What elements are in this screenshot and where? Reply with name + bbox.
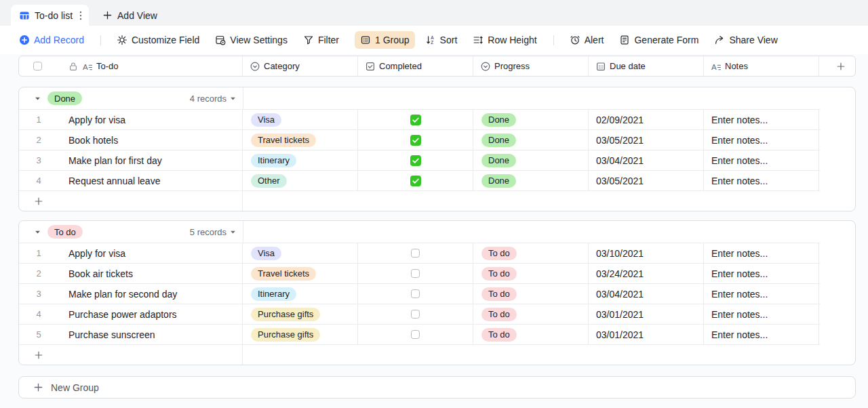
todo-cell[interactable]: Make plan for first day — [68, 155, 162, 166]
customize-field-button[interactable]: Customize Field — [117, 35, 199, 45]
progress-cell[interactable]: To do — [473, 243, 589, 263]
checkbox-unchecked-icon[interactable] — [411, 269, 420, 278]
records-count-dropdown[interactable]: 5 records — [190, 227, 243, 237]
notes-cell[interactable]: Enter notes... — [704, 325, 819, 344]
generate-form-button[interactable]: Generate Form — [619, 35, 698, 45]
collapse-group-icon[interactable] — [35, 229, 41, 235]
completed-cell[interactable] — [358, 264, 473, 283]
todo-cell[interactable]: Request annual leave — [68, 176, 160, 186]
todo-cell[interactable]: Book air tickets — [68, 268, 133, 279]
progress-cell[interactable]: Done — [473, 130, 589, 150]
todo-cell[interactable]: Purchase sunscreen — [68, 329, 155, 340]
records-count-dropdown[interactable]: 4 records — [190, 94, 243, 104]
progress-cell[interactable]: Done — [473, 150, 589, 170]
add-record-row-button[interactable] — [19, 191, 243, 211]
checkbox-unchecked-icon[interactable] — [411, 310, 420, 319]
column-header-completed[interactable]: Completed — [358, 56, 473, 76]
due-date-cell[interactable]: 03/10/2021 — [589, 243, 704, 263]
add-view-button[interactable]: Add View — [102, 5, 157, 26]
completed-cell[interactable] — [358, 171, 473, 190]
table-row[interactable]: 3Make plan for first day Itinerary Done … — [19, 150, 820, 170]
table-row[interactable]: 1Apply for visa Visa To do 03/10/2021 En… — [19, 243, 820, 263]
column-header-todo[interactable]: To-do — [19, 56, 243, 76]
notes-cell[interactable]: Enter notes... — [704, 150, 819, 170]
todo-cell[interactable]: Apply for visa — [68, 248, 125, 259]
category-cell[interactable]: Purchase gifts — [243, 325, 358, 344]
completed-cell[interactable] — [358, 150, 473, 170]
progress-cell[interactable]: Done — [473, 171, 589, 190]
due-date-cell[interactable]: 03/01/2021 — [589, 325, 704, 344]
add-record-row[interactable] — [19, 190, 820, 211]
add-record-button[interactable]: Add Record — [19, 35, 84, 45]
alert-button[interactable]: Alert — [570, 35, 604, 45]
notes-cell[interactable]: Enter notes... — [704, 171, 819, 190]
todo-cell[interactable]: Book hotels — [68, 135, 118, 146]
notes-cell[interactable]: Enter notes... — [704, 284, 819, 304]
column-header-due-date[interactable]: Due date — [589, 56, 704, 76]
progress-cell[interactable]: To do — [473, 264, 589, 283]
category-cell[interactable]: Travel tickets — [243, 264, 358, 283]
completed-cell[interactable] — [358, 304, 473, 324]
due-date-cell[interactable]: 03/05/2021 — [589, 171, 704, 190]
add-field-button[interactable] — [819, 56, 855, 76]
completed-cell[interactable] — [358, 284, 473, 304]
table-row[interactable]: 2Book hotels Travel tickets Done 03/05/2… — [19, 129, 820, 150]
row-height-button[interactable]: Row Height — [473, 35, 536, 45]
checkbox-unchecked-icon[interactable] — [411, 330, 420, 339]
category-cell[interactable]: Visa — [243, 243, 358, 263]
filter-button[interactable]: Filter — [303, 35, 339, 45]
checkbox-checked-icon[interactable] — [410, 155, 421, 166]
tab-menu-icon[interactable] — [79, 11, 82, 20]
add-record-row-button[interactable] — [19, 345, 243, 365]
category-cell[interactable]: Itinerary — [243, 150, 358, 170]
due-date-cell[interactable]: 03/05/2021 — [589, 130, 704, 150]
category-cell[interactable]: Purchase gifts — [243, 304, 358, 324]
completed-cell[interactable] — [358, 325, 473, 344]
category-cell[interactable]: Itinerary — [243, 284, 358, 304]
notes-cell[interactable]: Enter notes... — [704, 130, 819, 150]
select-all-checkbox[interactable] — [33, 62, 42, 70]
column-header-notes[interactable]: Notes — [704, 56, 819, 76]
share-view-button[interactable]: Share View — [714, 35, 777, 45]
progress-cell[interactable]: To do — [473, 304, 589, 324]
due-date-cell[interactable]: 03/04/2021 — [589, 284, 704, 304]
progress-cell[interactable]: Done — [473, 110, 589, 129]
todo-cell[interactable]: Make plan for second day — [68, 289, 177, 300]
add-record-row[interactable] — [19, 344, 820, 365]
completed-cell[interactable] — [358, 110, 473, 129]
view-settings-button[interactable]: View Settings — [215, 35, 288, 45]
new-group-button[interactable]: New Group — [18, 376, 856, 399]
due-date-cell[interactable]: 03/04/2021 — [589, 150, 704, 170]
due-date-cell[interactable]: 02/09/2021 — [589, 110, 704, 129]
progress-cell[interactable]: To do — [473, 325, 589, 344]
completed-cell[interactable] — [358, 130, 473, 150]
notes-cell[interactable]: Enter notes... — [704, 110, 819, 129]
table-row[interactable]: 4Request annual leave Other Done 03/05/2… — [19, 170, 820, 190]
table-row[interactable]: 3Make plan for second day Itinerary To d… — [19, 283, 820, 304]
checkbox-checked-icon[interactable] — [410, 176, 421, 186]
collapse-group-icon[interactable] — [35, 96, 41, 102]
completed-cell[interactable] — [358, 243, 473, 263]
notes-cell[interactable]: Enter notes... — [704, 264, 819, 283]
checkbox-checked-icon[interactable] — [410, 115, 421, 125]
sort-button[interactable]: A Z Sort — [425, 35, 458, 45]
notes-cell[interactable]: Enter notes... — [704, 243, 819, 263]
todo-cell[interactable]: Purchase power adaptors — [68, 309, 177, 320]
progress-cell[interactable]: To do — [473, 284, 589, 304]
table-row[interactable]: 4Purchase power adaptors Purchase gifts … — [19, 304, 820, 324]
table-row[interactable]: 5Purchase sunscreen Purchase gifts To do… — [19, 324, 820, 344]
tab-todo-list[interactable]: To-do list — [11, 5, 89, 26]
group-button[interactable]: 1 Group — [355, 31, 415, 49]
category-cell[interactable]: Visa — [243, 110, 358, 129]
column-header-category[interactable]: Category — [243, 56, 358, 76]
todo-cell[interactable]: Apply for visa — [68, 115, 125, 125]
due-date-cell[interactable]: 03/24/2021 — [589, 264, 704, 283]
category-cell[interactable]: Other — [243, 171, 358, 190]
table-row[interactable]: 1Apply for visa Visa Done 02/09/2021 Ent… — [19, 109, 820, 129]
checkbox-unchecked-icon[interactable] — [411, 249, 420, 258]
checkbox-checked-icon[interactable] — [410, 135, 421, 146]
due-date-cell[interactable]: 03/01/2021 — [589, 304, 704, 324]
column-header-progress[interactable]: Progress — [473, 56, 589, 76]
table-row[interactable]: 2Book air tickets Travel tickets To do 0… — [19, 263, 820, 283]
checkbox-unchecked-icon[interactable] — [411, 289, 420, 298]
